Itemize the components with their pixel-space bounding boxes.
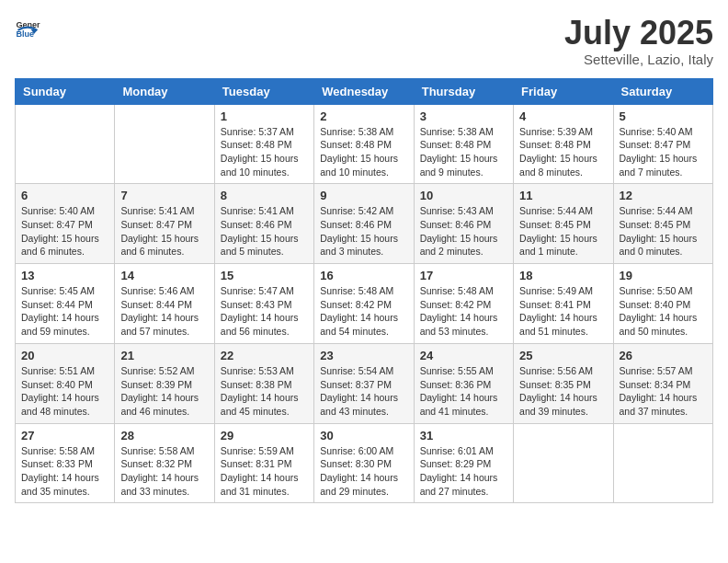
day-number: 29 xyxy=(221,429,308,442)
logo-icon: General Blue xyxy=(15,15,40,40)
cell-details: Sunrise: 5:42 AM Sunset: 8:46 PM Dayligh… xyxy=(320,204,407,259)
day-number: 9 xyxy=(320,189,407,202)
table-row: 4Sunrise: 5:39 AM Sunset: 8:48 PM Daylig… xyxy=(514,104,613,184)
cell-details: Sunrise: 5:51 AM Sunset: 8:40 PM Dayligh… xyxy=(21,364,108,419)
cell-details: Sunrise: 5:54 AM Sunset: 8:37 PM Dayligh… xyxy=(320,364,407,419)
cell-details: Sunrise: 6:01 AM Sunset: 8:29 PM Dayligh… xyxy=(420,444,507,499)
table-row xyxy=(514,423,613,503)
table-row: 28Sunrise: 5:58 AM Sunset: 8:32 PM Dayli… xyxy=(115,423,214,503)
table-row: 16Sunrise: 5:48 AM Sunset: 8:42 PM Dayli… xyxy=(314,264,414,344)
table-row: 15Sunrise: 5:47 AM Sunset: 8:43 PM Dayli… xyxy=(214,264,313,344)
table-row: 29Sunrise: 5:59 AM Sunset: 8:31 PM Dayli… xyxy=(214,423,313,503)
day-number: 8 xyxy=(221,189,308,202)
title-block: July 2025 Setteville, Lazio, Italy xyxy=(564,15,713,67)
logo: General Blue xyxy=(15,15,40,40)
cell-details: Sunrise: 5:37 AM Sunset: 8:48 PM Dayligh… xyxy=(221,125,308,179)
col-wednesday: Wednesday xyxy=(314,78,414,104)
table-row: 18Sunrise: 5:49 AM Sunset: 8:41 PM Dayli… xyxy=(514,264,613,344)
calendar-week-row: 20Sunrise: 5:51 AM Sunset: 8:40 PM Dayli… xyxy=(16,343,713,423)
svg-text:Blue: Blue xyxy=(16,29,34,39)
day-number: 30 xyxy=(320,429,407,442)
table-row: 8Sunrise: 5:41 AM Sunset: 8:46 PM Daylig… xyxy=(214,184,313,264)
day-number: 4 xyxy=(519,109,607,123)
day-number: 18 xyxy=(519,269,607,282)
day-number: 19 xyxy=(620,269,707,282)
day-number: 7 xyxy=(120,189,208,202)
table-row: 13Sunrise: 5:45 AM Sunset: 8:44 PM Dayli… xyxy=(16,264,115,344)
col-friday: Friday xyxy=(514,78,613,104)
day-number: 17 xyxy=(420,269,507,282)
col-thursday: Thursday xyxy=(414,78,513,104)
cell-details: Sunrise: 5:55 AM Sunset: 8:36 PM Dayligh… xyxy=(420,364,507,419)
cell-details: Sunrise: 5:50 AM Sunset: 8:40 PM Dayligh… xyxy=(620,284,707,339)
calendar-week-row: 27Sunrise: 5:58 AM Sunset: 8:33 PM Dayli… xyxy=(16,423,713,503)
col-saturday: Saturday xyxy=(613,78,712,104)
day-number: 31 xyxy=(420,429,507,442)
table-row: 11Sunrise: 5:44 AM Sunset: 8:45 PM Dayli… xyxy=(514,184,613,264)
table-row: 14Sunrise: 5:46 AM Sunset: 8:44 PM Dayli… xyxy=(115,264,214,344)
table-row: 5Sunrise: 5:40 AM Sunset: 8:47 PM Daylig… xyxy=(613,104,712,184)
table-row: 26Sunrise: 5:57 AM Sunset: 8:34 PM Dayli… xyxy=(613,343,712,423)
cell-details: Sunrise: 5:45 AM Sunset: 8:44 PM Dayligh… xyxy=(21,284,108,339)
table-row: 22Sunrise: 5:53 AM Sunset: 8:38 PM Dayli… xyxy=(214,343,313,423)
table-row: 30Sunrise: 6:00 AM Sunset: 8:30 PM Dayli… xyxy=(314,423,414,503)
day-number: 10 xyxy=(420,189,507,202)
day-number: 28 xyxy=(120,429,208,442)
table-row: 27Sunrise: 5:58 AM Sunset: 8:33 PM Dayli… xyxy=(16,423,115,503)
day-number: 6 xyxy=(21,189,108,202)
table-row xyxy=(115,104,214,184)
calendar-table: Sunday Monday Tuesday Wednesday Thursday… xyxy=(15,78,713,504)
day-number: 2 xyxy=(320,109,407,123)
day-number: 23 xyxy=(320,349,407,362)
cell-details: Sunrise: 5:43 AM Sunset: 8:46 PM Dayligh… xyxy=(420,204,507,259)
table-row: 21Sunrise: 5:52 AM Sunset: 8:39 PM Dayli… xyxy=(115,343,214,423)
cell-details: Sunrise: 5:46 AM Sunset: 8:44 PM Dayligh… xyxy=(120,284,208,339)
col-monday: Monday xyxy=(115,78,214,104)
table-row: 24Sunrise: 5:55 AM Sunset: 8:36 PM Dayli… xyxy=(414,343,513,423)
month-title: July 2025 xyxy=(564,15,713,52)
cell-details: Sunrise: 5:39 AM Sunset: 8:48 PM Dayligh… xyxy=(519,125,607,179)
table-row: 1Sunrise: 5:37 AM Sunset: 8:48 PM Daylig… xyxy=(214,104,313,184)
cell-details: Sunrise: 5:53 AM Sunset: 8:38 PM Dayligh… xyxy=(221,364,308,419)
cell-details: Sunrise: 5:40 AM Sunset: 8:47 PM Dayligh… xyxy=(21,204,108,259)
day-number: 20 xyxy=(21,349,108,362)
table-row: 12Sunrise: 5:44 AM Sunset: 8:45 PM Dayli… xyxy=(613,184,712,264)
cell-details: Sunrise: 6:00 AM Sunset: 8:30 PM Dayligh… xyxy=(320,444,407,499)
day-number: 14 xyxy=(120,269,208,282)
day-number: 11 xyxy=(519,189,607,202)
day-number: 13 xyxy=(21,269,108,282)
cell-details: Sunrise: 5:40 AM Sunset: 8:47 PM Dayligh… xyxy=(620,125,707,179)
day-number: 15 xyxy=(221,269,308,282)
cell-details: Sunrise: 5:49 AM Sunset: 8:41 PM Dayligh… xyxy=(519,284,607,339)
table-row: 20Sunrise: 5:51 AM Sunset: 8:40 PM Dayli… xyxy=(16,343,115,423)
cell-details: Sunrise: 5:44 AM Sunset: 8:45 PM Dayligh… xyxy=(519,204,607,259)
table-row: 2Sunrise: 5:38 AM Sunset: 8:48 PM Daylig… xyxy=(314,104,414,184)
day-number: 26 xyxy=(620,349,707,362)
cell-details: Sunrise: 5:38 AM Sunset: 8:48 PM Dayligh… xyxy=(320,125,407,179)
calendar-week-row: 13Sunrise: 5:45 AM Sunset: 8:44 PM Dayli… xyxy=(16,264,713,344)
cell-details: Sunrise: 5:58 AM Sunset: 8:32 PM Dayligh… xyxy=(120,444,208,499)
cell-details: Sunrise: 5:48 AM Sunset: 8:42 PM Dayligh… xyxy=(420,284,507,339)
day-number: 1 xyxy=(221,109,308,123)
day-number: 3 xyxy=(420,109,507,123)
table-row xyxy=(16,104,115,184)
table-row: 17Sunrise: 5:48 AM Sunset: 8:42 PM Dayli… xyxy=(414,264,513,344)
table-row: 19Sunrise: 5:50 AM Sunset: 8:40 PM Dayli… xyxy=(613,264,712,344)
table-row: 23Sunrise: 5:54 AM Sunset: 8:37 PM Dayli… xyxy=(314,343,414,423)
page-header: General Blue July 2025 Setteville, Lazio… xyxy=(15,15,713,67)
day-number: 25 xyxy=(519,349,607,362)
table-row: 31Sunrise: 6:01 AM Sunset: 8:29 PM Dayli… xyxy=(414,423,513,503)
cell-details: Sunrise: 5:41 AM Sunset: 8:47 PM Dayligh… xyxy=(120,204,208,259)
day-number: 21 xyxy=(120,349,208,362)
cell-details: Sunrise: 5:47 AM Sunset: 8:43 PM Dayligh… xyxy=(221,284,308,339)
day-number: 27 xyxy=(21,429,108,442)
table-row: 6Sunrise: 5:40 AM Sunset: 8:47 PM Daylig… xyxy=(16,184,115,264)
day-number: 24 xyxy=(420,349,507,362)
cell-details: Sunrise: 5:59 AM Sunset: 8:31 PM Dayligh… xyxy=(221,444,308,499)
cell-details: Sunrise: 5:57 AM Sunset: 8:34 PM Dayligh… xyxy=(620,364,707,419)
table-row: 10Sunrise: 5:43 AM Sunset: 8:46 PM Dayli… xyxy=(414,184,513,264)
calendar-week-row: 6Sunrise: 5:40 AM Sunset: 8:47 PM Daylig… xyxy=(16,184,713,264)
table-row: 3Sunrise: 5:38 AM Sunset: 8:48 PM Daylig… xyxy=(414,104,513,184)
table-row: 9Sunrise: 5:42 AM Sunset: 8:46 PM Daylig… xyxy=(314,184,414,264)
cell-details: Sunrise: 5:52 AM Sunset: 8:39 PM Dayligh… xyxy=(120,364,208,419)
